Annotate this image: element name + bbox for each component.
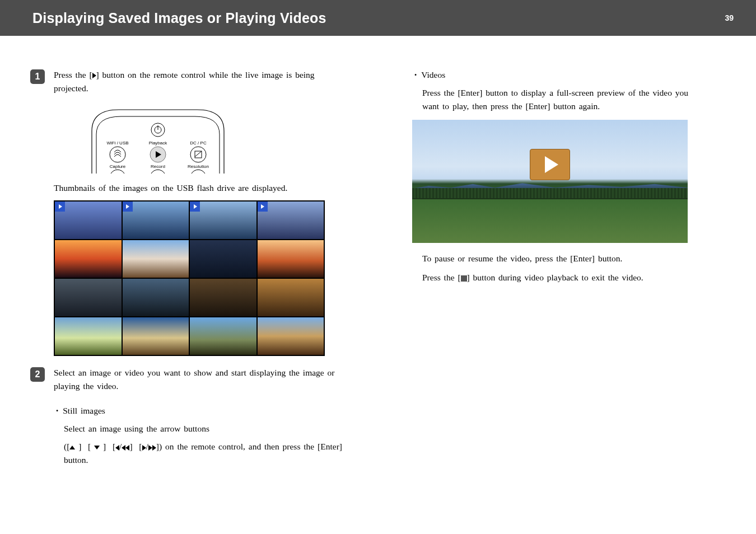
step-1: 1 Press the [] button on the remote cont…	[54, 68, 345, 95]
thumbnail	[190, 240, 256, 278]
videos-p3: Press the [] button during video playbac…	[422, 271, 703, 284]
stop-icon	[461, 275, 467, 282]
play-indicator-icon	[123, 202, 133, 212]
thumbnail	[123, 279, 189, 316]
rewind-icon	[122, 445, 125, 451]
page-title: Displaying Saved Images or Playing Video…	[32, 10, 326, 26]
thumbnails-caption: Thumbnails of the images on the USB flas…	[54, 181, 345, 195]
remote-control-figure: WiFi / USB Playback DC / PC Capture Reco…	[85, 105, 231, 175]
arrow-right-icon	[142, 445, 146, 451]
label-capture: Capture	[110, 164, 126, 169]
label-resolution: Resolution	[188, 164, 209, 169]
thumbnail	[258, 279, 324, 316]
text: Videos	[421, 68, 445, 82]
thumbnail	[258, 240, 324, 278]
thumbnail	[258, 317, 324, 355]
thumbnail	[55, 317, 122, 355]
page-number: 39	[725, 13, 734, 22]
right-column: Videos Press the [Enter] button to displ…	[412, 68, 703, 467]
step-number-1: 1	[30, 69, 45, 84]
bullet-still-images: Still images	[56, 404, 345, 418]
still-instructions-line2: ([ ] [ ] [/] [/]) on the remote control,…	[64, 440, 345, 467]
text: Press the [	[54, 70, 92, 79]
step-2-text: Select an image or video you want to sho…	[54, 366, 345, 393]
thumbnail	[190, 202, 256, 239]
videos-p2: To pause or resume the video, press the …	[422, 252, 703, 265]
play-indicator-icon	[258, 202, 268, 212]
text: ]) on the remote control, and then press…	[64, 442, 342, 465]
bullet-videos: Videos	[414, 68, 703, 82]
thumbnail	[123, 240, 189, 278]
thumbnail	[258, 202, 324, 239]
text: Press the [	[422, 273, 461, 282]
thumbnails-grid-figure	[54, 200, 325, 356]
thumbnail	[190, 279, 256, 316]
play-button-overlay-icon	[530, 149, 570, 180]
thumbnail	[190, 317, 256, 355]
title-bar: Displaying Saved Images or Playing Video…	[0, 0, 756, 36]
thumbnail	[123, 317, 189, 355]
arrow-up-icon	[69, 446, 75, 449]
still-instructions-line1: Select an image using the arrow buttons	[64, 422, 345, 435]
fastforward-icon	[152, 445, 156, 451]
label-playback: Playback	[149, 140, 167, 146]
play-indicator-icon	[190, 202, 200, 212]
thumbnail	[55, 202, 122, 239]
step-1-text: Press the [] button on the remote contro…	[54, 68, 345, 95]
step-2: 2 Select an image or video you want to s…	[54, 366, 345, 393]
thumbnail	[123, 202, 189, 239]
video-preview-figure	[412, 120, 688, 243]
thumbnail	[55, 240, 122, 278]
left-column: 1 Press the [] button on the remote cont…	[54, 68, 345, 467]
rewind-icon	[125, 445, 129, 451]
arrow-down-icon	[94, 446, 100, 449]
arrow-left-icon	[115, 445, 119, 451]
treeline-graphic	[412, 188, 688, 199]
videos-p1: Press the [Enter] button to display a fu…	[422, 86, 703, 113]
thumbnail	[55, 279, 122, 316]
svg-point-6	[190, 147, 206, 162]
label-wifi-usb: WiFi / USB	[106, 140, 128, 146]
label-record: Record	[151, 164, 165, 169]
play-indicator-icon	[55, 202, 65, 212]
fastforward-icon	[148, 445, 152, 451]
svg-line-8	[195, 151, 202, 157]
play-icon	[92, 73, 96, 78]
text: Still images	[63, 404, 105, 418]
text: ] button during video playback to exit t…	[467, 273, 643, 282]
text: ([	[64, 442, 69, 451]
label-dcpc: DC / PC	[190, 140, 207, 146]
step-number-2: 2	[30, 367, 45, 382]
